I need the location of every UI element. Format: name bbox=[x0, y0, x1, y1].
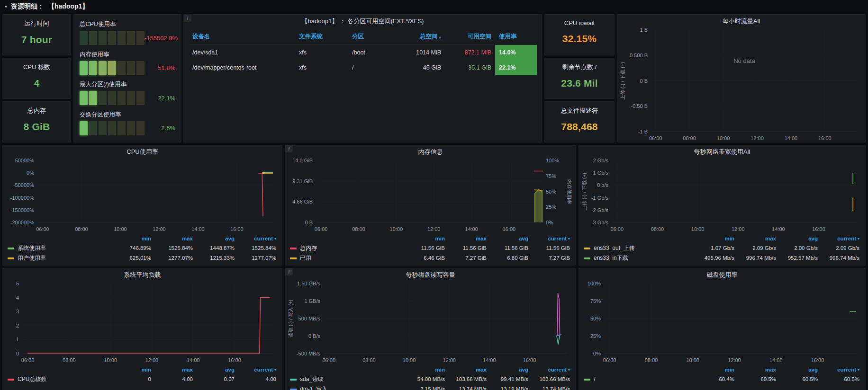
legend-column-header[interactable]: max bbox=[151, 234, 193, 243]
legend-column-header[interactable]: min bbox=[109, 365, 151, 374]
panel-title[interactable]: 每小时流量All bbox=[617, 15, 865, 28]
panel-title[interactable]: CPU使用率 bbox=[3, 145, 282, 159]
panel-title[interactable]: 系统平均负载 bbox=[3, 268, 282, 282]
y-tick-label: 4 bbox=[16, 295, 19, 301]
table-column-header[interactable]: 使用率 bbox=[495, 28, 537, 45]
legend-series-label[interactable]: dm-1_写入 bbox=[290, 384, 403, 390]
plot-area[interactable] bbox=[324, 284, 567, 354]
legend-value: 2.00 Gb/s bbox=[776, 243, 818, 253]
y-tick-label: -2 Gb/s bbox=[591, 207, 608, 213]
info-icon[interactable]: i bbox=[285, 268, 293, 275]
info-icon[interactable]: i bbox=[184, 15, 191, 22]
series-color-dash-icon bbox=[8, 379, 14, 381]
panel-title[interactable]: 【hadoop1】 ： 各分区可用空间(EXT.*/XFS) bbox=[184, 15, 542, 28]
table-column-header[interactable]: 可用空间 bbox=[445, 28, 495, 45]
legend-column-header[interactable]: current▾ bbox=[528, 365, 570, 374]
legend-series-label[interactable]: 总内存 bbox=[290, 243, 403, 253]
table-cell: /dev/sda1 bbox=[189, 45, 295, 60]
x-tick-label: 12:00 bbox=[732, 226, 745, 232]
legend-series-label[interactable]: ens33_out_上传 bbox=[584, 243, 693, 253]
partition-table: 设备名文件系统分区总空间▴可用空间使用率/dev/sda1xfs/boot101… bbox=[189, 28, 537, 75]
legend-table: minmaxavgcurrent▾总内存11.56 GiB11.56 GiB11… bbox=[290, 234, 570, 263]
gauge-segment-icon bbox=[136, 91, 145, 105]
gauge-segment-icon bbox=[108, 91, 116, 105]
legend-corner bbox=[8, 365, 109, 374]
panel-title[interactable]: 磁盘使用率 bbox=[579, 268, 865, 282]
plot-area[interactable] bbox=[23, 284, 273, 354]
legend-series-label[interactable]: ens33_in下载 bbox=[584, 253, 693, 263]
legend-column-header[interactable]: avg bbox=[776, 234, 818, 243]
legend-column-header[interactable]: max bbox=[445, 365, 487, 374]
legend-column-header[interactable]: max bbox=[445, 234, 487, 243]
table-column-header[interactable]: 设备名 bbox=[189, 28, 295, 45]
legend-column-header[interactable]: current▾ bbox=[818, 365, 859, 374]
legend-value: 60.5% bbox=[776, 374, 818, 384]
legend-series-label[interactable]: sda_读取 bbox=[290, 374, 403, 384]
legend-column-header[interactable]: avg bbox=[487, 365, 528, 374]
legend-column-header[interactable]: min bbox=[109, 234, 151, 243]
legend-column-header[interactable]: current▾ bbox=[818, 234, 859, 243]
table-column-header[interactable]: 文件系统 bbox=[295, 28, 348, 45]
panel-cpu-cores: CPU 核数 4 bbox=[2, 58, 71, 99]
plot-area[interactable]: No data bbox=[651, 30, 857, 132]
plot-area[interactable] bbox=[605, 284, 857, 354]
y-tick-label: 3 bbox=[16, 309, 19, 314]
panel-title[interactable]: 每秒磁盘读写容量 bbox=[285, 268, 576, 282]
legend-value: 103.66 MB/s bbox=[528, 374, 570, 384]
panel-title-text: 磁盘使用率 bbox=[707, 271, 738, 279]
y-tick-label: 1 Gb/s bbox=[593, 170, 608, 176]
legend-column-header[interactable]: current▾ bbox=[235, 365, 276, 374]
legend-column-header[interactable]: min bbox=[693, 234, 734, 243]
stat-value: 4 bbox=[34, 68, 40, 98]
legend-column-header[interactable]: min bbox=[403, 234, 445, 243]
legend-column-header[interactable]: max bbox=[151, 365, 193, 374]
plot-area[interactable] bbox=[612, 160, 857, 222]
stat-value: 788,468 bbox=[561, 111, 597, 142]
legend-column-header[interactable]: current▾ bbox=[235, 234, 276, 243]
legend-column-header[interactable]: avg bbox=[776, 365, 818, 374]
legend-column-header[interactable]: max bbox=[734, 365, 776, 374]
y-tick-label: 1.50 GB/s bbox=[297, 281, 320, 286]
legend-column-header[interactable]: min bbox=[693, 365, 734, 374]
series-color-dash-icon bbox=[584, 379, 590, 381]
table-column-header[interactable]: 总空间▴ bbox=[398, 28, 445, 45]
y-tick-label: 0 B/s bbox=[308, 333, 320, 339]
legend-column-header[interactable]: avg bbox=[193, 234, 235, 243]
x-tick-label: 08:00 bbox=[362, 357, 376, 363]
legend-series-label[interactable]: 用户使用率 bbox=[8, 253, 109, 263]
legend-column-header[interactable]: avg bbox=[487, 234, 528, 243]
y-axis-label: 上传 (-) / 下载 (+) bbox=[581, 172, 588, 210]
legend-series-label[interactable]: CPU总核数 bbox=[8, 374, 109, 384]
legend-column-header[interactable]: avg bbox=[193, 365, 235, 374]
no-data-text: No data bbox=[733, 57, 755, 64]
info-icon[interactable]: i bbox=[285, 145, 293, 152]
table-cell: xfs bbox=[295, 60, 348, 75]
y-tick-label: -200000% bbox=[10, 220, 34, 225]
dashboard-row-header[interactable]: ▾ 资源明细： 【hadoop1】 bbox=[0, 0, 868, 13]
legend-series-label[interactable]: 已用 bbox=[290, 253, 403, 263]
legend-column-header[interactable]: current▾ bbox=[528, 234, 570, 243]
legend-value: 60.4% bbox=[693, 374, 734, 384]
legend-value: 4.00 bbox=[235, 374, 276, 384]
legend-series-label[interactable]: / bbox=[584, 374, 693, 384]
gauge-segment-icon bbox=[80, 91, 88, 105]
legend-series-label[interactable]: 系统使用率 bbox=[8, 243, 109, 253]
legend-value: 11.56 GiB bbox=[487, 243, 528, 253]
gauge-segments bbox=[80, 91, 145, 105]
x-tick-label: 16:00 bbox=[818, 135, 832, 141]
x-axis: 06:0008:0010:0012:0014:0016:00 bbox=[316, 224, 544, 233]
panel-title[interactable]: 每秒网络带宽使用All bbox=[579, 145, 865, 159]
plot-area[interactable] bbox=[316, 160, 544, 222]
legend-column-header[interactable]: max bbox=[734, 234, 776, 243]
plot-area[interactable] bbox=[38, 160, 273, 222]
series-color-dash-icon bbox=[8, 257, 14, 259]
table-column-header[interactable]: 分区 bbox=[348, 28, 398, 45]
legend-column-header[interactable]: min bbox=[403, 365, 445, 374]
right-y-axis: 100%75%50%25%0% bbox=[546, 158, 563, 225]
gauge-title: 交换分区使用率 bbox=[80, 111, 175, 119]
right-y-axis-label: 内存使用率 bbox=[566, 179, 573, 204]
x-tick-label: 14:00 bbox=[769, 357, 783, 363]
gauge-segment-icon bbox=[118, 91, 126, 105]
gauge-row: 2.6% bbox=[80, 121, 175, 135]
panel-title[interactable]: 内存信息 bbox=[285, 145, 576, 159]
